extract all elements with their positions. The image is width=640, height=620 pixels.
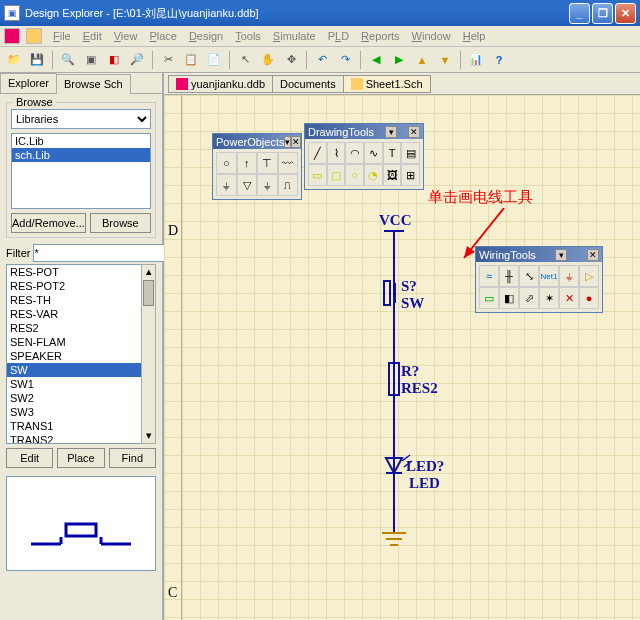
power-arrow-icon[interactable]: ↑ bbox=[237, 152, 258, 174]
menu-tools[interactable]: Tools bbox=[230, 28, 266, 44]
zoom-in-icon[interactable]: 🔍 bbox=[58, 50, 78, 70]
menu-edit[interactable]: Edit bbox=[78, 28, 107, 44]
no-erc-icon[interactable]: ✕ bbox=[559, 287, 579, 309]
drawing-tools-toolbox[interactable]: DrawingTools▾✕ ╱⌇◠∿T▤ ▭▢○◔🖼⊞ bbox=[304, 123, 424, 190]
component-list[interactable]: RES-POTRES-POT2RES-THRES-VARRES2SEN-FLAM… bbox=[6, 264, 156, 444]
net-label-icon[interactable]: Net1 bbox=[539, 265, 559, 287]
next-icon[interactable]: ▶ bbox=[389, 50, 409, 70]
zoom-out-icon[interactable]: 🔎 bbox=[127, 50, 147, 70]
redo-icon[interactable]: ↷ bbox=[335, 50, 355, 70]
component-item[interactable]: RES-TH bbox=[7, 293, 155, 307]
line-icon[interactable]: ╱ bbox=[308, 142, 327, 164]
cut-icon[interactable]: ✂ bbox=[158, 50, 178, 70]
lib-item[interactable]: sch.Lib bbox=[12, 148, 150, 162]
power-circle-icon[interactable]: ○ bbox=[216, 152, 237, 174]
menu-reports[interactable]: Reports bbox=[356, 28, 405, 44]
text-icon[interactable]: T bbox=[383, 142, 402, 164]
bus-entry-icon[interactable]: ⤡ bbox=[519, 265, 539, 287]
maximize-button[interactable]: ❐ bbox=[592, 3, 613, 24]
minimize-button[interactable]: _ bbox=[569, 3, 590, 24]
component-item[interactable]: RES2 bbox=[7, 321, 155, 335]
power-port-icon[interactable]: ⏚ bbox=[559, 265, 579, 287]
libraries-select[interactable]: Libraries bbox=[11, 109, 151, 129]
component-item[interactable]: SW2 bbox=[7, 391, 155, 405]
array-icon[interactable]: ⊞ bbox=[401, 164, 420, 186]
sheet-entry-icon[interactable]: ◧ bbox=[499, 287, 519, 309]
close-icon[interactable]: ✕ bbox=[291, 136, 301, 148]
up-icon[interactable]: ▲ bbox=[412, 50, 432, 70]
menu-design[interactable]: Design bbox=[184, 28, 228, 44]
pie-icon[interactable]: ◔ bbox=[364, 164, 383, 186]
mini-icon[interactable]: ▾ bbox=[385, 126, 397, 138]
mini-icon[interactable]: ▾ bbox=[284, 136, 291, 148]
polyline-icon[interactable]: ⌇ bbox=[327, 142, 346, 164]
component-item[interactable]: SW3 bbox=[7, 405, 155, 419]
close-button[interactable]: ✕ bbox=[615, 3, 636, 24]
paste-icon[interactable]: 📄 bbox=[204, 50, 224, 70]
menu-help[interactable]: Help bbox=[458, 28, 491, 44]
arc-icon[interactable]: ◠ bbox=[345, 142, 364, 164]
chassis-icon[interactable]: ⎍ bbox=[278, 174, 299, 196]
bus-icon[interactable]: ╫ bbox=[499, 265, 519, 287]
close-icon[interactable]: ✕ bbox=[408, 126, 420, 138]
zoom-area-icon[interactable]: ◧ bbox=[104, 50, 124, 70]
copy-icon[interactable]: 📋 bbox=[181, 50, 201, 70]
signal-gnd-icon[interactable]: ▽ bbox=[237, 174, 258, 196]
component-item[interactable]: SEN-FLAM bbox=[7, 335, 155, 349]
tab-sheet[interactable]: Sheet1.Sch bbox=[343, 75, 431, 93]
component-item[interactable]: SPEAKER bbox=[7, 349, 155, 363]
help-icon[interactable]: ? bbox=[489, 50, 509, 70]
menu-window[interactable]: Window bbox=[407, 28, 456, 44]
prev-icon[interactable]: ◀ bbox=[366, 50, 386, 70]
select-icon[interactable]: ↖ bbox=[235, 50, 255, 70]
menu-pld[interactable]: PLD bbox=[323, 28, 354, 44]
add-remove-button[interactable]: Add/Remove... bbox=[11, 213, 86, 233]
mini-icon[interactable]: ▾ bbox=[555, 249, 567, 261]
roundrect-icon[interactable]: ▢ bbox=[327, 164, 346, 186]
browse-icon[interactable]: 📊 bbox=[466, 50, 486, 70]
tab-explorer[interactable]: Explorer bbox=[0, 73, 57, 93]
canvas[interactable]: yuanjianku.ddb Documents Sheet1.Sch D C … bbox=[164, 73, 640, 620]
zoom-fit-icon[interactable]: ▣ bbox=[81, 50, 101, 70]
component-item[interactable]: RES-POT2 bbox=[7, 279, 155, 293]
rect-icon[interactable]: ▭ bbox=[308, 164, 327, 186]
pan-icon[interactable]: ✋ bbox=[258, 50, 278, 70]
part-icon[interactable]: ▷ bbox=[579, 265, 599, 287]
wire-icon[interactable]: ≈ bbox=[479, 265, 499, 287]
scrollbar[interactable]: ▴ ▾ bbox=[141, 264, 156, 444]
move-icon[interactable]: ✥ bbox=[281, 50, 301, 70]
browse-button[interactable]: Browse bbox=[90, 213, 151, 233]
junction-icon[interactable]: ✶ bbox=[539, 287, 559, 309]
component-item[interactable]: RES-VAR bbox=[7, 307, 155, 321]
power-wave-icon[interactable]: 〰 bbox=[278, 152, 299, 174]
image-icon[interactable]: 🖼 bbox=[383, 164, 402, 186]
component-item[interactable]: SW1 bbox=[7, 377, 155, 391]
sheet-icon[interactable] bbox=[26, 28, 42, 44]
bezier-icon[interactable]: ∿ bbox=[364, 142, 383, 164]
close-icon[interactable]: ✕ bbox=[587, 249, 599, 261]
earth-icon[interactable]: ⏚ bbox=[257, 174, 278, 196]
save-icon[interactable]: 💾 bbox=[27, 50, 47, 70]
ellipse-icon[interactable]: ○ bbox=[345, 164, 364, 186]
menu-file[interactable]: FFileile bbox=[48, 28, 76, 44]
library-list[interactable]: IC.Lib sch.Lib bbox=[11, 133, 151, 209]
power-bar-icon[interactable]: ⊤ bbox=[257, 152, 278, 174]
filter-input[interactable] bbox=[33, 244, 173, 262]
component-item[interactable]: RES-POT bbox=[7, 265, 155, 279]
component-item[interactable]: TRANS1 bbox=[7, 419, 155, 433]
find-button[interactable]: Find bbox=[109, 448, 156, 468]
sheet-symbol-icon[interactable]: ▭ bbox=[479, 287, 499, 309]
component-item[interactable]: SW bbox=[7, 363, 155, 377]
tab-documents[interactable]: Documents bbox=[272, 75, 344, 93]
design-icon[interactable] bbox=[4, 28, 20, 44]
menu-place[interactable]: Place bbox=[144, 28, 182, 44]
undo-icon[interactable]: ↶ bbox=[312, 50, 332, 70]
menu-view[interactable]: View bbox=[109, 28, 143, 44]
place-button[interactable]: Place bbox=[57, 448, 104, 468]
tab-ddb[interactable]: yuanjianku.ddb bbox=[168, 75, 273, 93]
component-item[interactable]: TRANS2 bbox=[7, 433, 155, 444]
gnd-icon[interactable]: ⏚ bbox=[216, 174, 237, 196]
edit-button[interactable]: Edit bbox=[6, 448, 53, 468]
tab-browse-sch[interactable]: Browse Sch bbox=[56, 74, 131, 94]
port-icon[interactable]: ⬀ bbox=[519, 287, 539, 309]
